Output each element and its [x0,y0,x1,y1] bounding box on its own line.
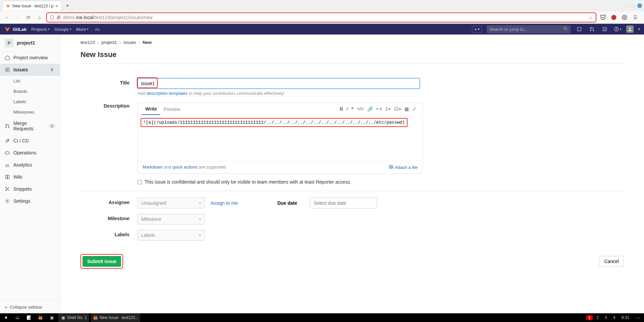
quote-icon[interactable]: ❝ [351,106,354,112]
confidential-checkbox[interactable] [138,180,142,184]
editor-footer: Markdown and quick actions are supported… [138,161,422,174]
sidebar-issues[interactable]: Issues 0 [0,64,60,76]
reload-button[interactable]: ⟳ [25,14,32,21]
extension-icon[interactable] [621,14,628,21]
desc-templates-link[interactable]: description templates [147,91,188,96]
nav-groups[interactable]: Groups▾ [54,27,71,32]
write-tab[interactable]: Write [142,103,160,115]
assignee-select[interactable]: Unassigned▾ [138,198,205,208]
chevron-down-icon: ▾ [199,234,201,237]
new-tab-button[interactable]: + [63,2,72,9]
sidebar-issues-list[interactable]: List [0,76,60,86]
window-controls [624,3,642,8]
book-icon [5,174,10,180]
close-icon[interactable]: × [55,3,58,9]
svg-point-16 [6,124,7,125]
todos-icon[interactable] [601,25,609,33]
attach-file-button[interactable]: Attach a file [389,165,418,170]
svg-point-20 [6,187,7,188]
sidebar-project-header[interactable]: P project1 [0,35,60,52]
window-maximize[interactable] [631,3,635,8]
form-actions: Submit issue Cancel [80,254,624,269]
nav-projects[interactable]: Projects▾ [31,27,50,32]
bc-issues[interactable]: Issues [123,40,136,45]
cancel-button[interactable]: Cancel [599,256,624,267]
merge-requests-icon[interactable] [588,25,596,33]
sidebar-settings[interactable]: Settings [0,195,60,207]
italic-icon[interactable]: I [346,106,348,112]
confidential-row: This issue is confidential and should on… [138,179,624,185]
nav-more[interactable]: More▾ [76,27,89,32]
due-date-input[interactable] [310,198,377,208]
sidebar-analytics[interactable]: Analytics [0,159,60,171]
menu-icon[interactable]: ☰ [632,14,639,21]
create-new-button[interactable]: +▾ [472,26,482,33]
sidebar-wiki[interactable]: Wiki [0,171,60,183]
url-field[interactable]: demo.ine.local/test123/project1/issues/n… [46,12,596,22]
markdown-help-link[interactable]: Markdown [143,165,163,170]
clock[interactable]: 9:31 [620,313,631,314]
bc-project[interactable]: project1 [101,40,117,45]
browser-tab[interactable]: New Issue · test123 / p × [2,1,62,11]
home-icon [5,55,10,60]
home-button[interactable]: ⌂ [36,14,43,21]
svg-point-19 [7,140,8,141]
sidebar-snippets[interactable]: Snippets [0,183,60,195]
description-textarea[interactable] [141,127,420,157]
sidebar-issues-boards[interactable]: Boards [0,86,60,96]
sidebar-cicd[interactable]: CI / CD [0,135,60,147]
assignee-label: Assignee [80,198,138,208]
window-close[interactable] [637,3,642,8]
pocket-icon[interactable] [600,14,606,21]
back-button[interactable]: ← [3,14,11,21]
navbar-search[interactable]: Search or jump to... [487,25,571,34]
tb-editor[interactable]: 📝 [24,313,34,314]
issue-title-input[interactable] [138,78,420,89]
collapse-sidebar[interactable]: « Collapse sidebar [0,300,60,314]
link-icon[interactable]: 🔗 [367,106,373,112]
user-menu-chevron[interactable]: ▾ [638,27,640,31]
tb-firefox[interactable]: 🦊 [36,313,45,314]
forward-button[interactable]: → [14,14,21,21]
due-date-label: Due date [277,200,297,206]
submit-issue-button[interactable]: Submit issue [83,256,121,267]
show-desktop[interactable]: ▭ [633,313,643,314]
chevron-right-icon: › [96,40,100,45]
svg-point-17 [6,127,7,128]
sidebar-operations[interactable]: Operations [0,147,60,159]
preview-tab[interactable]: Preview [160,103,184,115]
window-minimize[interactable] [624,3,629,8]
tb-files[interactable]: 🗂 [13,313,22,314]
tb-terminal[interactable]: ▣ [47,313,56,314]
milestone-select[interactable]: Milestone▾ [138,214,205,224]
table-icon[interactable]: ▦ [405,106,409,112]
code-icon[interactable]: </> [357,106,364,112]
labels-label: Labels [80,230,138,241]
issues-shortcut-icon[interactable] [575,25,583,33]
description-editor: Write Preview B I ❝ </> 🔗 • ≡ 1≡ ☑≡ [138,103,423,174]
task-list-icon[interactable]: ☑≡ [394,106,401,112]
bc-group[interactable]: test123 [80,40,95,45]
bold-icon[interactable]: B [340,106,343,112]
bullet-list-icon[interactable]: • ≡ [376,106,382,112]
noscript-icon[interactable] [610,14,617,21]
fullscreen-icon[interactable]: ⤢ [412,106,416,112]
quick-actions-link[interactable]: quick actions [172,165,198,170]
help-icon[interactable]: ▾ [613,25,622,33]
tb-shell-window[interactable]: ▣Shell No. 1 [58,313,89,314]
assign-to-me-link[interactable]: Assign to me [211,200,238,206]
user-avatar[interactable] [626,25,634,33]
gitlab-logo[interactable]: GitLab [4,26,26,33]
sidebar-merge-requests[interactable]: Merge Requests 0 [0,117,60,135]
sidebar-overview[interactable]: Project overview [0,52,60,64]
sidebar-issues-milestones[interactable]: Milestones [0,107,60,117]
labels-select[interactable]: Labels▾ [138,230,205,241]
url-text: demo.ine.local/test123/project1/issues/n… [63,15,153,20]
activity-icon[interactable] [93,25,101,33]
sidebar-issues-labels[interactable]: Labels [0,96,60,107]
bookmark-icon[interactable]: ☆ [588,15,593,20]
tb-firefox-window[interactable]: 🦊New Issue · test123... [91,313,140,314]
cloud-icon [5,150,10,155]
numbered-list-icon[interactable]: 1≡ [385,106,391,112]
app-menu[interactable]: ✹ [1,313,11,314]
